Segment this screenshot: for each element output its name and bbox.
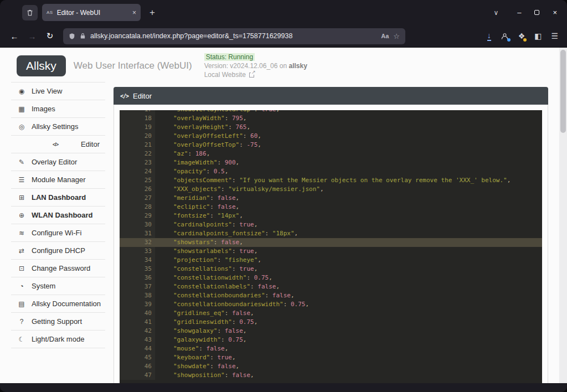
sidebar-toggle-icon[interactable]: ◧: [534, 32, 542, 40]
menu-icon[interactable]: ☰: [551, 32, 558, 40]
sidebar-item-label: Getting Support: [32, 317, 82, 326]
sidebar-item-label: Configure DHCP: [32, 246, 85, 255]
downloads-icon[interactable]: ↓: [487, 32, 491, 41]
line-number: 43: [120, 336, 155, 344]
window-close-button[interactable]: ×: [553, 9, 557, 16]
back-button[interactable]: ←: [7, 28, 22, 44]
browser-window: AS Editor - WebUI × + ∨ – × ← → ↻ allsky…: [0, 0, 567, 392]
code-line-19: 19"overlayHeight": 765,: [120, 123, 542, 132]
translate-icon[interactable]: Aa: [381, 33, 389, 39]
line-number: 27: [120, 194, 155, 203]
sidebar-item-allsky-settings[interactable]: ◎Allsky Settings: [11, 118, 105, 136]
code-line-36: 36"constellationwidth": 0.75,: [120, 274, 542, 282]
sidebar-item-live-view[interactable]: ◉Live View: [11, 82, 105, 100]
code-icon: </>: [17, 142, 76, 147]
sidebar-item-allsky-documentation[interactable]: ▤Allsky Documentation: [11, 295, 105, 313]
line-number: 46: [120, 362, 155, 371]
question-icon: ?: [17, 318, 27, 326]
reload-button[interactable]: ↻: [42, 28, 58, 44]
line-number: 28: [120, 203, 155, 212]
sidebar-item-label: System: [32, 282, 55, 290]
line-number: 24: [120, 167, 155, 176]
code-line-25: 25"objectsComment": "If you want the Mes…: [120, 176, 542, 185]
line-number: 34: [120, 256, 155, 265]
panel-body: 17"showOverlayAtStartup": true,18"overla…: [114, 105, 548, 383]
sidebar-item-label: Allsky Documentation: [32, 300, 101, 308]
line-content: "showdate": false,: [155, 362, 542, 371]
line-content: "showstars": false,: [155, 238, 542, 247]
sidebar-item-label: Module Manager: [32, 176, 86, 184]
sidebar: ◉Live View▦Images◎Allsky Settings</>Edit…: [11, 82, 105, 348]
local-website-link[interactable]: Local Website: [204, 71, 307, 79]
code-line-18: 18"overlayWidth": 795,: [120, 114, 542, 123]
page-content: ◉Live View▦Images◎Allsky Settings</>Edit…: [0, 82, 567, 383]
external-link-icon: [249, 73, 254, 78]
maximize-button[interactable]: [534, 10, 539, 15]
sidebar-item-light-dark-mode[interactable]: ☾Light/Dark mode: [11, 331, 105, 348]
sidebar-item-getting-support[interactable]: ?Getting Support: [11, 313, 105, 331]
window-controls: – ×: [517, 9, 557, 16]
sidebar-item-wlan-dashboard[interactable]: ⊕WLAN Dashboard: [11, 207, 105, 224]
exchange-icon: ⇄: [17, 247, 27, 255]
line-content: "ecliptic": false,: [155, 203, 542, 212]
line-number: 32: [120, 238, 155, 247]
book-icon: ▤: [17, 300, 27, 308]
sidebar-item-configure-wi-fi[interactable]: ≋Configure Wi-Fi: [11, 224, 105, 242]
line-content: "constellationboundaries": false,: [155, 291, 542, 300]
moon-icon: ☾: [17, 336, 27, 343]
line-content: "showOverlayAtStartup": true,: [155, 110, 542, 114]
tab-list-chevron-icon[interactable]: ∨: [493, 9, 498, 17]
account-icon[interactable]: [501, 32, 509, 40]
sidebar-item-editor[interactable]: </>Editor: [11, 136, 105, 153]
sidebar-item-configure-dhcp[interactable]: ⇄Configure DHCP: [11, 242, 105, 260]
lock-icon[interactable]: [80, 33, 86, 39]
line-number: 25: [120, 176, 155, 185]
shield-icon[interactable]: [69, 33, 75, 40]
line-content: "showstarlabels": true,: [155, 247, 542, 256]
code-line-28: 28"ecliptic": false,: [120, 203, 542, 212]
minimize-button[interactable]: –: [517, 9, 521, 16]
code-line-47: 47"showposition": false,: [120, 371, 542, 380]
hostname: allsky: [289, 62, 307, 70]
code-lines: 17"showOverlayAtStartup": true,18"overla…: [120, 110, 542, 380]
wifi-icon: ≋: [17, 229, 27, 237]
url-bar[interactable]: allsky.joancatala.net/index.php?page=edi…: [63, 28, 405, 44]
bookmark-star-icon[interactable]: ☆: [393, 32, 400, 40]
line-number: 26: [120, 185, 155, 194]
trash-icon: [26, 9, 34, 17]
scrollbar-thumb[interactable]: [560, 50, 566, 133]
sidebar-item-change-password[interactable]: ⊡Change Password: [11, 260, 105, 277]
navigation-bar: ← → ↻ allsky.joancatala.net/index.php?pa…: [0, 25, 567, 48]
sidebar-item-label: Light/Dark mode: [32, 335, 84, 343]
code-line-34: 34"projection": "fisheye",: [120, 256, 542, 265]
sidebar-item-label: Allsky Settings: [32, 122, 79, 131]
sidebar-item-images[interactable]: ▦Images: [11, 100, 105, 118]
code-editor[interactable]: 17"showOverlayAtStartup": true,18"overla…: [120, 110, 542, 383]
sidebar-item-overlay-editor[interactable]: ✎Overlay Editor: [11, 153, 105, 171]
line-content: "objectsComment": "If you want the Messi…: [155, 176, 542, 185]
browser-tab[interactable]: AS Editor - WebUI ×: [42, 4, 141, 21]
sidebar-item-label: Editor: [81, 140, 100, 148]
line-number: 33: [120, 247, 155, 256]
code-line-23: 23"imageWidth": 900,: [120, 158, 542, 167]
sidebar-item-lan-dashboard[interactable]: ⊞LAN Dashboard: [11, 189, 105, 207]
tab-close-icon[interactable]: ×: [132, 9, 136, 17]
line-content: "constellationboundarieswidth": 0.75,: [155, 300, 542, 309]
new-tab-button[interactable]: +: [145, 6, 159, 20]
gauge-icon: ◔: [17, 282, 27, 290]
page-title: Web User Interface (WebUI): [74, 60, 192, 71]
line-number: 31: [120, 229, 155, 238]
line-content: "overlayWidth": 795,: [155, 114, 542, 123]
line-number: 21: [120, 141, 155, 149]
sidebar-item-module-manager[interactable]: ☰Module Manager: [11, 171, 105, 189]
line-content: "keyboard": true,: [155, 353, 542, 362]
page-scrollbar[interactable]: [559, 48, 567, 383]
sidebar-item-system[interactable]: ◔System: [11, 277, 105, 295]
extensions-icon[interactable]: ❖: [518, 32, 525, 40]
line-content: "cardinalpoints": true,: [155, 220, 542, 229]
forward-button[interactable]: →: [24, 28, 40, 44]
line-number: 17: [120, 110, 155, 114]
code-line-35: 35"constellations": true,: [120, 265, 542, 274]
line-number: 45: [120, 353, 155, 362]
firefox-view-button[interactable]: [22, 5, 38, 20]
